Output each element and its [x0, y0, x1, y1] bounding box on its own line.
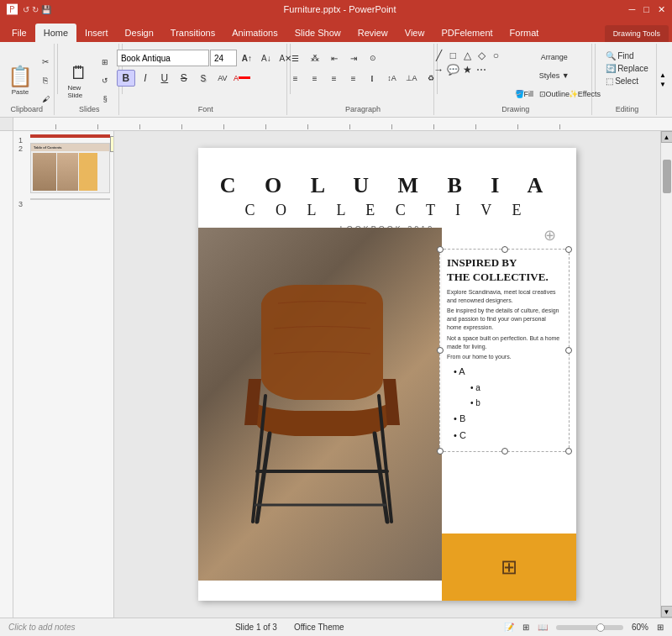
ruler-corner: [0, 118, 13, 131]
scroll-track[interactable]: [661, 143, 673, 606]
zoom-slider[interactable]: [556, 625, 623, 630]
justify-btn[interactable]: ≡: [344, 70, 363, 87]
layout-button[interactable]: ⊞: [96, 54, 114, 71]
slide-2-thumb[interactable]: Table of Contents: [30, 143, 110, 193]
close-btn[interactable]: ✕: [658, 4, 665, 15]
slide-1-thumb[interactable]: C O L U M B I A C O L L E C T I V E: [30, 134, 110, 138]
handle-bottom-mid[interactable]: [501, 448, 508, 455]
triangle-shape[interactable]: △: [460, 49, 474, 62]
increase-indent-btn[interactable]: ⇥: [344, 50, 363, 66]
strikethrough-btn[interactable]: S: [175, 70, 193, 87]
find-button[interactable]: 🔍 Find: [603, 50, 636, 61]
rect-shape[interactable]: □: [446, 49, 459, 62]
brand-name: C O L U M B I A: [198, 173, 576, 198]
align-text-btn[interactable]: ⊥A: [402, 70, 421, 87]
quick-styles-btn[interactable]: Styles ▼: [533, 67, 575, 84]
scroll-thumb[interactable]: [663, 160, 671, 193]
font-size-input[interactable]: 24: [210, 50, 237, 66]
align-center-btn[interactable]: ≡: [306, 70, 324, 87]
tab-transitions[interactable]: Transitions: [162, 24, 223, 42]
text-content-box[interactable]: ⊕ INSPIRED BYTHE COLLECTIVE. Explore Sca…: [439, 249, 570, 452]
more-shapes[interactable]: ⋯: [475, 63, 488, 76]
font-name-input[interactable]: Book Antiqua: [117, 50, 209, 66]
tab-file[interactable]: File: [3, 24, 35, 42]
handle-mid-right[interactable]: [565, 347, 572, 354]
zoom-thumb[interactable]: [596, 623, 605, 632]
handle-bottom-right[interactable]: [565, 448, 572, 455]
vertical-ruler: [0, 131, 13, 618]
window-title: Furniture.pptx - PowerPoint: [284, 4, 396, 14]
ribbon-scroll-up[interactable]: ▲: [659, 71, 666, 79]
columns-btn[interactable]: ⫿: [364, 70, 382, 87]
tab-review[interactable]: Review: [349, 24, 396, 42]
font-color-btn[interactable]: A: [233, 70, 251, 87]
tab-design[interactable]: Design: [117, 24, 162, 42]
align-left-btn[interactable]: ≡: [286, 70, 305, 87]
minimize-btn[interactable]: ─: [629, 4, 636, 15]
callout-shape[interactable]: 💬: [446, 63, 459, 76]
fit-btn[interactable]: ⊞: [657, 623, 664, 632]
replace-button[interactable]: 🔄 Replace: [603, 63, 651, 74]
numbering-btn[interactable]: ⁂: [306, 50, 324, 66]
tab-pdfelement[interactable]: PDFelement: [433, 24, 501, 42]
star-shape[interactable]: ★: [460, 63, 474, 76]
handle-top-mid[interactable]: [501, 246, 508, 253]
copy-button[interactable]: ⎘: [36, 72, 55, 89]
app-icon: 🅿: [7, 3, 18, 16]
para-3: Not a space built on perfection. But a h…: [447, 334, 562, 351]
title-bar-controls: ─ □ ✕: [629, 4, 665, 15]
shape-effects-btn[interactable]: ✨Effects: [570, 86, 599, 102]
handle-bottom-left[interactable]: [437, 448, 444, 455]
reset-button[interactable]: ↺: [96, 72, 114, 89]
text-direction-btn[interactable]: ↕A: [383, 70, 402, 87]
tab-drawing-tools[interactable]: Drawing Tools: [605, 25, 669, 42]
shape-outline-btn[interactable]: ⊡Outline: [539, 86, 569, 102]
paste-button[interactable]: 📋 Paste: [5, 63, 35, 97]
align-right-btn[interactable]: ≡: [325, 70, 344, 87]
tab-insert[interactable]: Insert: [76, 24, 117, 42]
ribbon-group-font: Book Antiqua 24 A↑ A↓ A✕ B I U S S AV A …: [125, 44, 287, 115]
italic-btn[interactable]: I: [136, 70, 155, 87]
maximize-btn[interactable]: □: [643, 4, 649, 15]
decrease-indent-btn[interactable]: ⇤: [325, 50, 344, 66]
select-button[interactable]: ⬚ Select: [603, 76, 641, 87]
arrow-shape[interactable]: →: [432, 63, 445, 76]
slide-info: Slide 1 of 3: [235, 623, 277, 632]
status-right: 📝 ⊞ 📖 60% ⊞: [504, 623, 664, 632]
notes-view-btn[interactable]: 📝: [504, 623, 514, 632]
handle-mid-left[interactable]: [437, 347, 444, 354]
ribbon-scroll-down[interactable]: ▼: [659, 81, 666, 88]
smartart-btn[interactable]: ⊙: [364, 50, 382, 66]
char-spacing-btn[interactable]: AV: [213, 70, 232, 87]
ruler-area: [0, 118, 672, 131]
arrange-btn[interactable]: Arrange: [533, 49, 575, 66]
slides-label: Slides: [79, 105, 100, 113]
scroll-up-btn[interactable]: ▲: [661, 131, 673, 143]
handle-top-left[interactable]: [437, 246, 444, 253]
new-slide-button[interactable]: 🗒 New Slide: [64, 60, 94, 101]
shapes-palette: ╱ □ △ ◇ ○ → 💬 ★ ⋯: [432, 49, 507, 76]
tab-format[interactable]: Format: [501, 24, 548, 42]
handle-top-right[interactable]: [565, 246, 572, 253]
shadow-btn[interactable]: S: [194, 70, 213, 87]
yellow-footer-bar: ⊞: [442, 534, 576, 601]
underline-btn[interactable]: U: [155, 70, 174, 87]
bold-btn[interactable]: B: [117, 70, 135, 87]
tab-slideshow[interactable]: Slide Show: [286, 24, 349, 42]
increase-font-btn[interactable]: A↑: [238, 50, 256, 66]
tab-home[interactable]: Home: [35, 24, 76, 42]
reading-view-btn[interactable]: 📖: [538, 623, 548, 632]
scroll-down-btn[interactable]: ▼: [661, 606, 673, 618]
tab-animations[interactable]: Animations: [223, 24, 286, 42]
slide-view-btn[interactable]: ⊞: [522, 623, 529, 632]
oval-shape[interactable]: ○: [489, 49, 502, 62]
diamond-shape[interactable]: ◇: [475, 49, 488, 62]
tab-view[interactable]: View: [396, 24, 433, 42]
shape-fill-btn[interactable]: 🪣Fill: [509, 86, 538, 102]
notes-placeholder[interactable]: Click to add notes: [8, 623, 76, 632]
slide-3-thumb[interactable]: 👥: [30, 198, 110, 200]
cut-button[interactable]: ✂: [36, 54, 55, 71]
decrease-font-btn[interactable]: A↓: [257, 50, 276, 66]
bullets-btn[interactable]: ☰: [286, 50, 305, 66]
line-shape[interactable]: ╱: [432, 49, 445, 62]
